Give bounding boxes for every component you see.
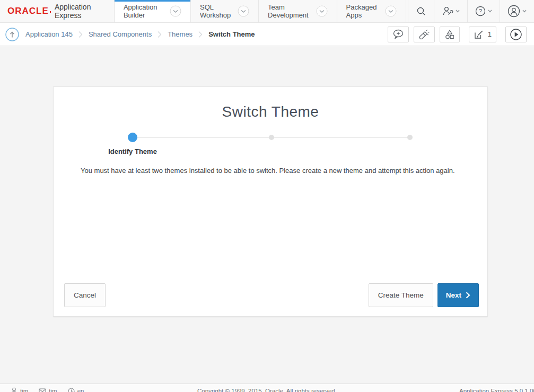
step-dot-active [128, 133, 137, 142]
top-nav: ORACLE Application Express Application B… [0, 0, 534, 23]
registered-mark [50, 11, 51, 13]
up-level-button[interactable] [5, 28, 19, 41]
tab-application-builder[interactable]: Application Builder [115, 0, 191, 22]
breadcrumb-link-application[interactable]: Application 145 [25, 30, 73, 38]
footer-email: tim [39, 387, 57, 392]
main-tabs: Application Builder SQL Workshop Team De… [115, 0, 406, 22]
edit-page-number: 1 [488, 30, 492, 38]
footer-email-value: tim [49, 388, 57, 392]
help-icon: ? [475, 6, 486, 16]
cancel-button[interactable]: Cancel [64, 283, 106, 307]
feedback-icon [392, 29, 404, 39]
breadcrumb-separator-icon [78, 31, 83, 38]
shared-components-button[interactable] [440, 27, 460, 42]
admin-wrench-icon [442, 6, 453, 16]
page-footer: tim tim en Copyright © 1999, 2015, Oracl… [0, 384, 534, 392]
tab-label: Application Builder [124, 3, 165, 19]
chevron-down-circle-icon[interactable] [170, 5, 181, 17]
arrow-up-circle-icon [5, 28, 19, 41]
svg-text:?: ? [479, 8, 482, 14]
page-title: Switch Theme [54, 87, 487, 120]
breadcrumb-link-shared-components[interactable]: Shared Components [89, 30, 152, 38]
breadcrumb-separator-icon [198, 31, 203, 38]
footer-version: Application Express 5.0.1.00.06 [459, 388, 534, 392]
chevron-down-icon [488, 10, 492, 13]
step-label: Identify Theme [80, 147, 186, 155]
next-button-label: Next [446, 291, 461, 299]
chevron-down-circle-icon[interactable] [385, 5, 397, 17]
step-dot-pending [407, 135, 413, 140]
breadcrumb: Application 145 Shared Components Themes… [25, 30, 255, 38]
chevron-right-icon [466, 292, 470, 299]
feedback-button[interactable] [388, 27, 409, 42]
brand: ORACLE Application Express [0, 0, 115, 22]
page-toolbar: 1 [383, 27, 527, 42]
switch-theme-card: Switch Theme Identify Theme You must hav… [53, 86, 488, 317]
flashlight-button[interactable] [414, 27, 435, 42]
user-icon [11, 387, 17, 392]
breadcrumb-bar: Application 145 Shared Components Themes… [0, 23, 534, 46]
footer-user: tim [11, 387, 28, 392]
footer-language-value: en [77, 388, 84, 392]
edit-page-button[interactable]: 1 [469, 27, 496, 42]
chevron-down-circle-icon[interactable] [316, 5, 328, 17]
account-icon [507, 5, 520, 18]
envelope-icon [39, 388, 46, 392]
edit-page-icon [474, 29, 484, 40]
footer-copyright: Copyright © 1999, 2015, Oracle. All righ… [197, 388, 337, 392]
footer-user-name: tim [20, 388, 28, 392]
help-menu-button[interactable]: ? [467, 0, 500, 22]
flashlight-icon [418, 29, 430, 40]
wizard-message: You must have at least two themes instal… [81, 167, 455, 175]
footer-language: en [68, 387, 84, 392]
account-menu-button[interactable] [500, 0, 534, 22]
create-theme-button[interactable]: Create Theme [369, 283, 433, 307]
administration-menu-button[interactable] [434, 0, 467, 22]
footer-session-info: tim tim en [11, 387, 84, 392]
nav-icon-group: ? [406, 0, 534, 22]
clock-icon [68, 388, 75, 392]
next-button[interactable]: Next [437, 283, 479, 307]
tab-label: SQL Workshop [200, 3, 233, 19]
wizard-buttons: Cancel Create Theme Next [64, 283, 479, 307]
chevron-down-circle-icon[interactable] [238, 5, 249, 17]
breadcrumb-current: Switch Theme [208, 30, 255, 38]
tab-team-development[interactable]: Team Development [259, 0, 337, 22]
tab-sql-workshop[interactable]: SQL Workshop [191, 0, 259, 22]
tab-label: Packaged Apps [346, 3, 380, 19]
tab-label: Team Development [268, 3, 311, 19]
tab-packaged-apps[interactable]: Packaged Apps [337, 0, 406, 22]
step-dot-pending [269, 135, 274, 140]
oracle-logo: ORACLE [7, 6, 49, 16]
search-icon [416, 6, 426, 16]
search-button[interactable] [408, 0, 434, 22]
product-name: Application Express [55, 3, 101, 20]
breadcrumb-separator-icon [157, 31, 162, 38]
run-application-button[interactable] [505, 27, 527, 42]
shared-components-icon [444, 29, 455, 40]
chevron-down-icon [522, 10, 527, 13]
breadcrumb-link-themes[interactable]: Themes [168, 30, 192, 38]
run-icon [510, 29, 522, 40]
chevron-down-icon [456, 10, 460, 13]
